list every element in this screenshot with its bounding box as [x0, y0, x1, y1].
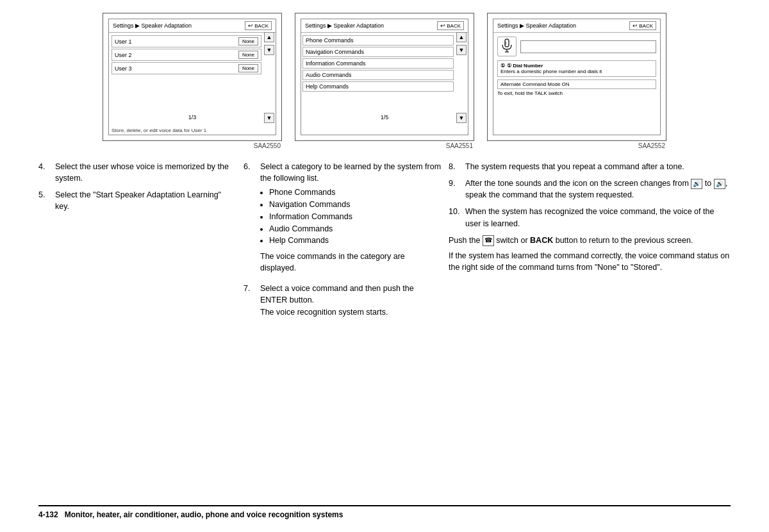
- dial-info-box: ① ① Dial Number Enters a domestic phone …: [497, 60, 656, 77]
- content-row: 4. Select the user whose voice is memori…: [38, 161, 731, 327]
- screen2-saa: SAA2551: [295, 142, 474, 149]
- step4-block: 4. Select the user whose voice is memori…: [38, 161, 237, 184]
- user2-name: User 2: [115, 52, 132, 58]
- screen1-back-label: BACK: [254, 23, 269, 29]
- cmd-information[interactable]: Information Commands: [302, 58, 454, 69]
- step10-text: When the system has recognized the voice…: [465, 206, 731, 229]
- screen2-back-btn[interactable]: ↩ BACK: [437, 21, 464, 30]
- step6-note: The voice commands in the category are d…: [260, 251, 442, 274]
- step7-note: The voice recognition system starts.: [260, 306, 442, 318]
- step8-block: 8. The system requests that you repeat a…: [449, 161, 731, 172]
- screen1-back-btn[interactable]: ↩ BACK: [245, 21, 272, 30]
- screen2-back-label: BACK: [447, 23, 461, 29]
- bullet-audio: Audio Commands: [269, 223, 442, 235]
- bullet-phone: Phone Commands: [269, 187, 442, 199]
- step10-num: 10.: [449, 206, 461, 229]
- cmd-audio[interactable]: Audio Commands: [302, 70, 454, 80]
- screen2-title: Settings ▶ Speaker Adaptation: [305, 22, 384, 29]
- icon-before: 🔊: [691, 179, 702, 190]
- user2-status-btn[interactable]: None: [238, 51, 258, 59]
- bullet-help: Help Commands: [269, 235, 442, 247]
- step5-num: 5.: [38, 189, 51, 212]
- dial-number-title: ① ① Dial Number: [500, 63, 653, 69]
- user-row-1[interactable]: User 1 None: [112, 35, 261, 47]
- screen1-page-indicator: 1/3: [188, 114, 197, 121]
- learned-note: If the system has learned the command co…: [449, 250, 731, 273]
- svg-text:J: J: [504, 41, 507, 46]
- scroll-down-btn-2[interactable]: ▼: [456, 45, 467, 55]
- step9-text: After the tone sounds and the icon on th…: [465, 178, 731, 201]
- step5-block: 5. Select the "Start Speaker Adaptation …: [38, 189, 237, 212]
- scroll-up-btn-2[interactable]: ▲: [456, 32, 467, 42]
- step7-text: Select a voice command and then push the…: [260, 284, 414, 304]
- screen1-wrapper: Settings ▶ Speaker Adaptation ↩ BACK ▲ ▼…: [103, 13, 282, 149]
- screen1-header: Settings ▶ Speaker Adaptation ↩ BACK: [109, 19, 276, 33]
- user-row-3[interactable]: User 3 None: [112, 62, 261, 74]
- dial-info-subtitle: Enters a domestic phone number and dials…: [500, 69, 653, 74]
- screen2-header: Settings ▶ Speaker Adaptation ↩ BACK: [301, 19, 468, 33]
- footer-title: Monitor, heater, air conditioner, audio,…: [65, 510, 343, 519]
- cmd-help[interactable]: Help Commands: [302, 81, 454, 92]
- cmd-phone[interactable]: Phone Commands: [302, 35, 454, 46]
- step4-text: Select the user whose voice is memorized…: [55, 161, 237, 184]
- footer: 4-132 Monitor, heater, air conditioner, …: [38, 505, 731, 519]
- user3-status-btn[interactable]: None: [238, 64, 258, 72]
- col-middle: 6. Select a category to be learned by th…: [237, 161, 442, 327]
- push-note: Push the ☎ switch or BACK button to retu…: [449, 235, 731, 246]
- step9-block: 9. After the tone sounds and the icon on…: [449, 178, 731, 201]
- user-row-2[interactable]: User 2 None: [112, 49, 261, 61]
- screen2-page-indicator: 1/5: [381, 114, 389, 121]
- screen3-saa: SAA2552: [487, 142, 666, 149]
- col-left: 4. Select the user whose voice is memori…: [38, 161, 237, 327]
- screen2-wrapper: Settings ▶ Speaker Adaptation ↩ BACK ▲ ▼…: [295, 13, 474, 149]
- step10-block: 10. When the system has recognized the v…: [449, 206, 731, 229]
- step6-block: 6. Select a category to be learned by th…: [244, 161, 442, 278]
- screen1-box: Settings ▶ Speaker Adaptation ↩ BACK ▲ ▼…: [103, 13, 282, 141]
- scroll-bottom-2: ▼: [456, 113, 467, 123]
- user1-status-btn[interactable]: None: [238, 37, 258, 46]
- screen1-inner: Settings ▶ Speaker Adaptation ↩ BACK ▲ ▼…: [108, 19, 276, 135]
- scroll-down-btn-1[interactable]: ▼: [264, 45, 274, 55]
- step8-text: The system requests that you repeat a co…: [465, 161, 684, 172]
- circle-1-icon: ①: [500, 63, 505, 69]
- screen3-title: Settings ▶ Speaker Adaptation: [497, 22, 576, 29]
- scroll-bottom-1: ▼: [264, 113, 274, 123]
- scroll-arrows-2: ▲ ▼: [456, 32, 467, 55]
- screen1-status-bar: Store, delete, or edit voice data for Us…: [112, 128, 206, 133]
- command-list: Phone Commands Navigation Commands Infor…: [301, 34, 468, 94]
- step7-num: 7.: [244, 283, 256, 321]
- page-container: Settings ▶ Speaker Adaptation ↩ BACK ▲ ▼…: [0, 0, 769, 532]
- scroll-down-bottom-2[interactable]: ▼: [456, 113, 467, 123]
- screen3-back-btn[interactable]: ↩ BACK: [629, 21, 656, 30]
- screen3-header: Settings ▶ Speaker Adaptation ↩ BACK: [493, 19, 660, 33]
- back-arrow-icon: ↩: [248, 22, 253, 29]
- icon-after: 🔊: [714, 179, 725, 190]
- scroll-down-bottom-1[interactable]: ▼: [264, 113, 274, 123]
- back-arrow-icon-3: ↩: [633, 22, 638, 29]
- bullet-navigation: Navigation Commands: [269, 199, 442, 211]
- user-list: User 1 None User 2 None User 3 None: [109, 33, 276, 78]
- scroll-arrows-1: ▲ ▼: [264, 32, 274, 55]
- screen3-back-label: BACK: [639, 23, 653, 29]
- talk-switch-icon: ☎: [483, 235, 494, 246]
- screen3-inner: Settings ▶ Speaker Adaptation ↩ BACK: [493, 19, 661, 135]
- mic-icon: J: [497, 37, 517, 56]
- dial-icon-area: J: [493, 33, 660, 58]
- step6-num: 6.: [244, 161, 256, 278]
- step9-num: 9.: [449, 178, 461, 201]
- dial-number-label: ① Dial Number: [507, 63, 543, 69]
- screen1-saa: SAA2550: [103, 142, 282, 149]
- screen3-wrapper: Settings ▶ Speaker Adaptation ↩ BACK: [487, 13, 666, 149]
- step4-num: 4.: [38, 161, 51, 184]
- cmd-navigation[interactable]: Navigation Commands: [302, 47, 454, 57]
- screen2-inner: Settings ▶ Speaker Adaptation ↩ BACK ▲ ▼…: [301, 19, 468, 135]
- user3-name: User 3: [115, 65, 132, 72]
- exit-text: To exit, hold the TALK switch: [497, 90, 656, 96]
- step6-bullets: Phone Commands Navigation Commands Infor…: [260, 187, 442, 247]
- step5-text: Select the "Start Speaker Adaptation Lea…: [55, 189, 237, 212]
- bullet-information: Information Commands: [269, 211, 442, 223]
- scroll-up-btn-1[interactable]: ▲: [264, 32, 274, 42]
- dial-input-box[interactable]: [520, 40, 656, 53]
- screen2-box: Settings ▶ Speaker Adaptation ↩ BACK ▲ ▼…: [295, 13, 474, 141]
- screen3-box: Settings ▶ Speaker Adaptation ↩ BACK: [487, 13, 666, 141]
